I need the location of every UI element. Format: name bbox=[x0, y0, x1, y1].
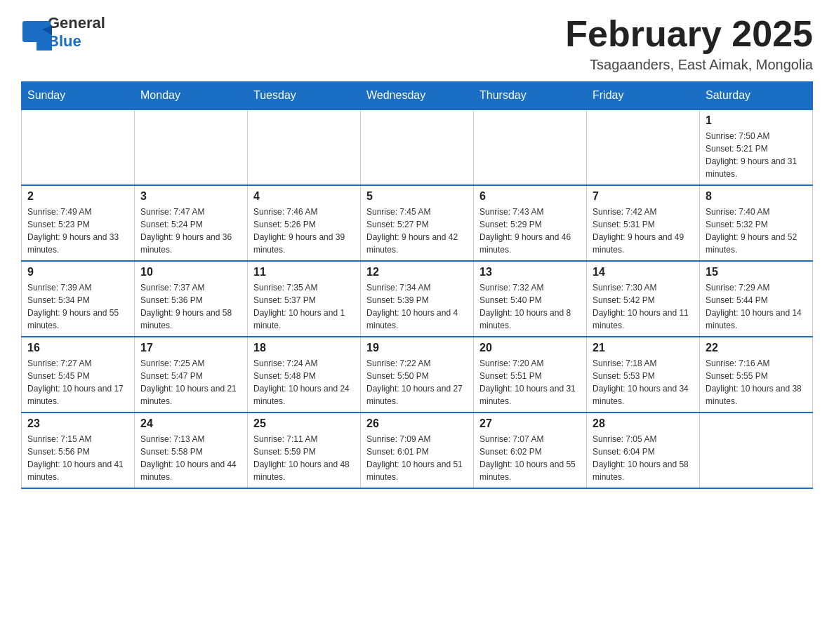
calendar-week-3: 9Sunrise: 7:39 AM Sunset: 5:34 PM Daylig… bbox=[22, 261, 813, 337]
day-number: 15 bbox=[706, 266, 807, 279]
calendar-header-row: SundayMondayTuesdayWednesdayThursdayFrid… bbox=[22, 82, 813, 110]
calendar-cell: 9Sunrise: 7:39 AM Sunset: 5:34 PM Daylig… bbox=[22, 261, 135, 337]
day-info: Sunrise: 7:34 AM Sunset: 5:39 PM Dayligh… bbox=[366, 281, 468, 332]
day-info: Sunrise: 7:35 AM Sunset: 5:37 PM Dayligh… bbox=[253, 281, 355, 332]
day-number: 21 bbox=[593, 342, 694, 354]
day-number: 6 bbox=[479, 190, 581, 203]
calendar-cell bbox=[135, 109, 248, 185]
day-number: 23 bbox=[27, 417, 128, 430]
calendar-cell: 4Sunrise: 7:46 AM Sunset: 5:26 PM Daylig… bbox=[248, 185, 361, 261]
day-number: 12 bbox=[366, 266, 468, 279]
day-header-sunday: Sunday bbox=[22, 82, 135, 110]
day-number: 22 bbox=[706, 342, 807, 354]
calendar-week-5: 23Sunrise: 7:15 AM Sunset: 5:56 PM Dayli… bbox=[22, 412, 813, 488]
calendar-cell: 22Sunrise: 7:16 AM Sunset: 5:55 PM Dayli… bbox=[700, 337, 813, 412]
day-info: Sunrise: 7:16 AM Sunset: 5:55 PM Dayligh… bbox=[706, 357, 807, 408]
calendar-cell bbox=[22, 109, 135, 185]
calendar-table: SundayMondayTuesdayWednesdayThursdayFrid… bbox=[21, 81, 813, 489]
day-info: Sunrise: 7:32 AM Sunset: 5:40 PM Dayligh… bbox=[479, 281, 581, 332]
day-info: Sunrise: 7:29 AM Sunset: 5:44 PM Dayligh… bbox=[706, 281, 807, 332]
day-number: 14 bbox=[593, 266, 694, 279]
calendar-cell: 26Sunrise: 7:09 AM Sunset: 6:01 PM Dayli… bbox=[361, 412, 474, 488]
day-info: Sunrise: 7:46 AM Sunset: 5:26 PM Dayligh… bbox=[253, 206, 355, 256]
day-number: 9 bbox=[27, 266, 128, 279]
day-header-thursday: Thursday bbox=[474, 82, 587, 110]
day-info: Sunrise: 7:24 AM Sunset: 5:48 PM Dayligh… bbox=[253, 357, 355, 408]
day-number: 25 bbox=[253, 417, 355, 430]
calendar-week-4: 16Sunrise: 7:27 AM Sunset: 5:45 PM Dayli… bbox=[22, 337, 813, 412]
calendar-cell: 17Sunrise: 7:25 AM Sunset: 5:47 PM Dayli… bbox=[135, 337, 248, 412]
title-block: February 2025 Tsagaanders, East Aimak, M… bbox=[565, 14, 813, 73]
calendar-week-1: 1Sunrise: 7:50 AM Sunset: 5:21 PM Daylig… bbox=[22, 109, 813, 185]
day-info: Sunrise: 7:47 AM Sunset: 5:24 PM Dayligh… bbox=[140, 206, 241, 256]
day-info: Sunrise: 7:05 AM Sunset: 6:04 PM Dayligh… bbox=[593, 433, 694, 483]
day-number: 4 bbox=[253, 190, 355, 203]
day-number: 10 bbox=[140, 266, 241, 279]
page-header: General Blue February 2025 Tsagaanders, … bbox=[21, 14, 813, 73]
calendar-cell: 7Sunrise: 7:42 AM Sunset: 5:31 PM Daylig… bbox=[587, 185, 700, 261]
day-header-tuesday: Tuesday bbox=[248, 82, 361, 110]
day-info: Sunrise: 7:27 AM Sunset: 5:45 PM Dayligh… bbox=[27, 357, 128, 408]
calendar-cell: 6Sunrise: 7:43 AM Sunset: 5:29 PM Daylig… bbox=[474, 185, 587, 261]
calendar-cell bbox=[474, 109, 587, 185]
day-info: Sunrise: 7:07 AM Sunset: 6:02 PM Dayligh… bbox=[479, 433, 581, 483]
calendar-cell bbox=[361, 109, 474, 185]
logo: General Blue bbox=[21, 14, 105, 51]
day-number: 27 bbox=[479, 417, 581, 430]
calendar-cell: 18Sunrise: 7:24 AM Sunset: 5:48 PM Dayli… bbox=[248, 337, 361, 412]
month-title: February 2025 bbox=[565, 14, 813, 54]
day-info: Sunrise: 7:37 AM Sunset: 5:36 PM Dayligh… bbox=[140, 281, 241, 332]
calendar-cell: 5Sunrise: 7:45 AM Sunset: 5:27 PM Daylig… bbox=[361, 185, 474, 261]
day-number: 8 bbox=[706, 190, 807, 203]
calendar-cell bbox=[248, 109, 361, 185]
day-info: Sunrise: 7:11 AM Sunset: 5:59 PM Dayligh… bbox=[253, 433, 355, 483]
calendar-cell: 16Sunrise: 7:27 AM Sunset: 5:45 PM Dayli… bbox=[22, 337, 135, 412]
day-info: Sunrise: 7:43 AM Sunset: 5:29 PM Dayligh… bbox=[479, 206, 581, 256]
calendar-cell: 11Sunrise: 7:35 AM Sunset: 5:37 PM Dayli… bbox=[248, 261, 361, 337]
calendar-cell bbox=[587, 109, 700, 185]
day-info: Sunrise: 7:25 AM Sunset: 5:47 PM Dayligh… bbox=[140, 357, 241, 408]
calendar-cell: 12Sunrise: 7:34 AM Sunset: 5:39 PM Dayli… bbox=[361, 261, 474, 337]
location-title: Tsagaanders, East Aimak, Mongolia bbox=[565, 57, 813, 73]
day-header-wednesday: Wednesday bbox=[361, 82, 474, 110]
calendar-cell: 21Sunrise: 7:18 AM Sunset: 5:53 PM Dayli… bbox=[587, 337, 700, 412]
day-number: 19 bbox=[366, 342, 468, 354]
calendar-cell: 8Sunrise: 7:40 AM Sunset: 5:32 PM Daylig… bbox=[700, 185, 813, 261]
day-info: Sunrise: 7:49 AM Sunset: 5:23 PM Dayligh… bbox=[27, 206, 128, 256]
day-info: Sunrise: 7:09 AM Sunset: 6:01 PM Dayligh… bbox=[366, 433, 468, 483]
day-info: Sunrise: 7:39 AM Sunset: 5:34 PM Dayligh… bbox=[27, 281, 128, 332]
calendar-cell: 2Sunrise: 7:49 AM Sunset: 5:23 PM Daylig… bbox=[22, 185, 135, 261]
calendar-cell: 1Sunrise: 7:50 AM Sunset: 5:21 PM Daylig… bbox=[700, 109, 813, 185]
day-info: Sunrise: 7:13 AM Sunset: 5:58 PM Dayligh… bbox=[140, 433, 241, 483]
day-number: 26 bbox=[366, 417, 468, 430]
calendar-cell: 3Sunrise: 7:47 AM Sunset: 5:24 PM Daylig… bbox=[135, 185, 248, 261]
day-number: 18 bbox=[253, 342, 355, 354]
calendar-cell: 28Sunrise: 7:05 AM Sunset: 6:04 PM Dayli… bbox=[587, 412, 700, 488]
calendar-cell: 19Sunrise: 7:22 AM Sunset: 5:50 PM Dayli… bbox=[361, 337, 474, 412]
day-header-friday: Friday bbox=[587, 82, 700, 110]
calendar-cell bbox=[700, 412, 813, 488]
day-info: Sunrise: 7:22 AM Sunset: 5:50 PM Dayligh… bbox=[366, 357, 468, 408]
calendar-cell: 15Sunrise: 7:29 AM Sunset: 5:44 PM Dayli… bbox=[700, 261, 813, 337]
day-number: 5 bbox=[366, 190, 468, 203]
day-info: Sunrise: 7:40 AM Sunset: 5:32 PM Dayligh… bbox=[706, 206, 807, 256]
day-info: Sunrise: 7:30 AM Sunset: 5:42 PM Dayligh… bbox=[593, 281, 694, 332]
day-number: 7 bbox=[593, 190, 694, 203]
calendar-cell: 10Sunrise: 7:37 AM Sunset: 5:36 PM Dayli… bbox=[135, 261, 248, 337]
calendar-cell: 20Sunrise: 7:20 AM Sunset: 5:51 PM Dayli… bbox=[474, 337, 587, 412]
day-number: 24 bbox=[140, 417, 241, 430]
day-number: 13 bbox=[479, 266, 581, 279]
day-number: 28 bbox=[593, 417, 694, 430]
calendar-cell: 27Sunrise: 7:07 AM Sunset: 6:02 PM Dayli… bbox=[474, 412, 587, 488]
calendar-cell: 13Sunrise: 7:32 AM Sunset: 5:40 PM Dayli… bbox=[474, 261, 587, 337]
logo-general-text: General bbox=[48, 14, 105, 32]
logo-blue-text: Blue bbox=[48, 32, 81, 50]
calendar-cell: 14Sunrise: 7:30 AM Sunset: 5:42 PM Dayli… bbox=[587, 261, 700, 337]
calendar-cell: 25Sunrise: 7:11 AM Sunset: 5:59 PM Dayli… bbox=[248, 412, 361, 488]
day-info: Sunrise: 7:20 AM Sunset: 5:51 PM Dayligh… bbox=[479, 357, 581, 408]
calendar-cell: 23Sunrise: 7:15 AM Sunset: 5:56 PM Dayli… bbox=[22, 412, 135, 488]
day-number: 20 bbox=[479, 342, 581, 354]
day-header-saturday: Saturday bbox=[700, 82, 813, 110]
day-number: 17 bbox=[140, 342, 241, 354]
day-number: 11 bbox=[253, 266, 355, 279]
